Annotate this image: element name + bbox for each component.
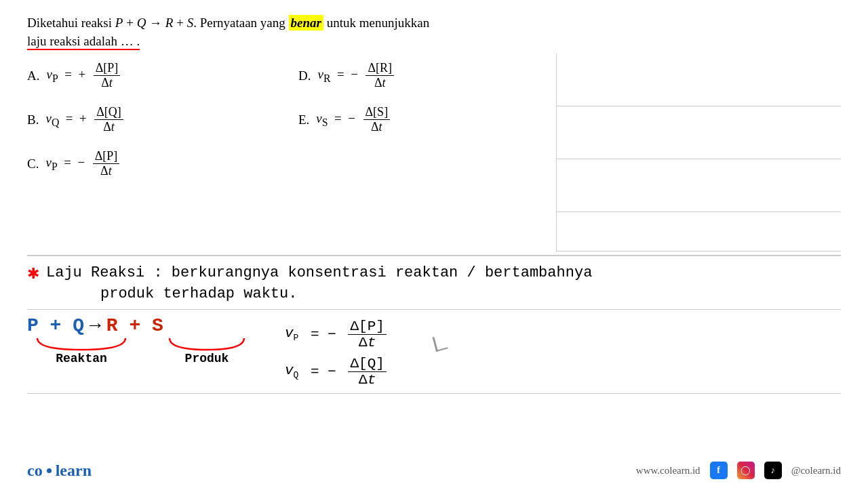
reaction-equation: P + Q → R + S — [27, 315, 163, 336]
red-underline-text: laju reaksi adalah … . — [27, 34, 140, 50]
logo-learn: learn — [56, 462, 92, 480]
formula-vq: vQ = − Δ[Q] Δt — [285, 356, 387, 388]
product-label: Produk — [185, 352, 229, 365]
option-d: D. vR = − Δ[R] Δt — [298, 54, 556, 98]
answer-section: ✱ Laju Reaksi : berkurangnya konsentrasi… — [0, 260, 868, 394]
footer-url: www.colearn.id — [636, 465, 701, 476]
option-e-formula: vS = − Δ[S] Δt — [316, 105, 391, 134]
option-a-label: A. — [27, 68, 39, 83]
logo-co: co — [27, 462, 43, 480]
option-e: E. vS = − Δ[S] Δt — [298, 98, 556, 142]
reactant-brace-svg — [34, 335, 129, 352]
answer-title-line1: Laju Reaksi : berkurangnya konsentrasi r… — [46, 263, 592, 284]
option-b-formula: vQ = + Δ[Q] Δt — [45, 105, 124, 134]
social-handle: @colearn.id — [791, 465, 841, 476]
options-area: A. vP = + Δ[P] Δt B. vQ = + Δ[Q] Δt — [27, 54, 285, 251]
star-icon: ✱ — [27, 265, 39, 283]
option-d-formula: vR = − Δ[R] Δt — [317, 61, 395, 90]
product-brace-svg — [166, 335, 248, 352]
question-area: Diketahui reaksi P + Q → R + S. Pernyata… — [0, 0, 868, 50]
reaction-left: P + Q → R + S Reaktan — [27, 315, 251, 365]
option-e-label: E. — [298, 113, 309, 127]
footer-right: www.colearn.id f ◯ ♪ @colearn.id — [636, 462, 841, 479]
option-a-formula: vP = + Δ[P] Δt — [46, 61, 121, 90]
logo-dot — [47, 468, 52, 473]
option-c: C. vP = − Δ[P] Δt — [27, 142, 285, 186]
question-text: Diketahui reaksi P + Q → R + S. Pernyata… — [27, 12, 841, 34]
facebook-icon: f — [710, 462, 728, 479]
option-d-label: D. — [298, 68, 311, 83]
question-second-line: laju reaksi adalah … . — [27, 34, 841, 50]
right-formulas: vP = − Δ[P] Δt vQ = − Δ[Q] Δt — [285, 319, 387, 388]
option-a: A. vP = + Δ[P] Δt — [27, 54, 285, 98]
option-b: B. vQ = + Δ[Q] Δt — [27, 98, 285, 142]
options-de-area: D. vR = − Δ[R] Δt E. vS = − Δ[S] Δt — [298, 54, 556, 251]
answer-header: ✱ Laju Reaksi : berkurangnya konsentrasi… — [27, 263, 841, 305]
highlight-benar: benar — [289, 15, 323, 30]
reactant-label: Reaktan — [56, 352, 107, 365]
formula-vp: vP = − Δ[P] Δt — [285, 319, 387, 350]
instagram-icon: ◯ — [737, 462, 755, 479]
cursor — [432, 334, 448, 352]
tiktok-icon: ♪ — [764, 462, 782, 479]
answer-title-line2: produk terhadap waktu. — [100, 284, 592, 305]
right-panel — [556, 54, 841, 251]
option-c-formula: vP = − Δ[P] Δt — [45, 149, 121, 178]
option-c-label: C. — [27, 157, 39, 171]
section-divider — [27, 255, 841, 256]
option-b-label: B. — [27, 113, 39, 127]
colearn-logo: co learn — [27, 462, 92, 480]
footer: co learn www.colearn.id f ◯ ♪ @colearn.i… — [0, 453, 868, 488]
reaction-diagram: P + Q → R + S Reaktan — [27, 315, 841, 388]
